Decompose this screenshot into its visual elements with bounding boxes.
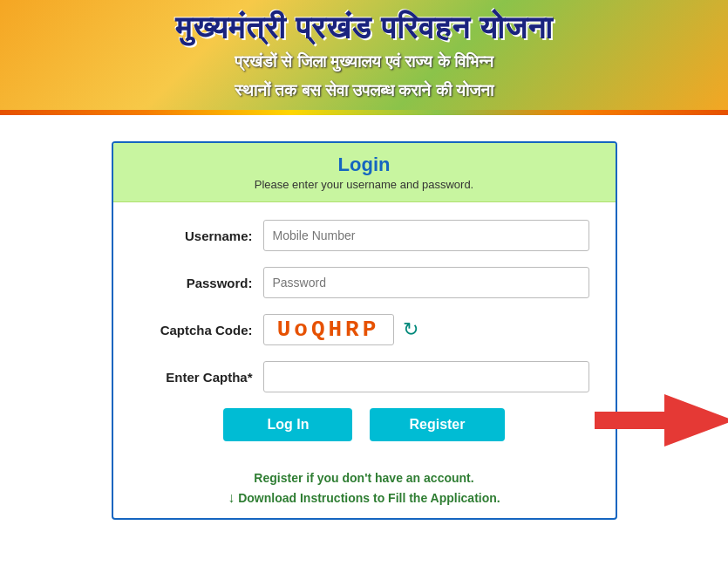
header-subtitle-line2: स्थानों तक बस सेवा उपलब्ध कराने की योजना [17, 78, 711, 104]
password-label: Password: [139, 276, 253, 290]
step-info: STEP-1 [595, 394, 728, 447]
enter-captcha-label: Enter Captha* [139, 370, 253, 385]
login-header: Login Please enter your username and pas… [113, 143, 616, 202]
captcha-display: UoQHRP ↻ [263, 314, 589, 345]
header-title: मुख्यमंत्री प्रखंड परिवहन योजना [17, 9, 711, 46]
button-row: Log In Register [139, 408, 589, 441]
password-row: Password: [139, 267, 589, 298]
password-input[interactable] [263, 267, 589, 298]
username-label: Username: [139, 228, 253, 243]
login-box: Login Please enter your username and pas… [112, 141, 617, 520]
refresh-icon[interactable]: ↻ [403, 318, 418, 341]
captcha-input[interactable] [263, 361, 589, 392]
enter-captcha-row: Enter Captha* [139, 361, 589, 392]
header-banner: मुख्यमंत्री प्रखंड परिवहन योजना प्रखंडों… [0, 0, 728, 115]
main-content: Login Please enter your username and pas… [0, 115, 728, 537]
captcha-image: UoQHRP [263, 314, 394, 345]
form-and-arrow-wrapper: Login Please enter your username and pas… [112, 141, 617, 520]
register-button[interactable]: Register [370, 408, 504, 441]
login-button[interactable]: Log In [223, 408, 352, 441]
red-arrow-icon [595, 394, 728, 447]
login-subtitle: Please enter your username and password. [131, 178, 598, 191]
username-row: Username: [139, 220, 589, 251]
login-title: Login [131, 153, 598, 176]
username-input[interactable] [263, 220, 589, 251]
svg-marker-0 [595, 394, 728, 447]
login-form: Username: Password: Captcha Code: UoQHRP… [113, 202, 616, 471]
download-row: ↓ Download Instructions to Fill the Appl… [131, 490, 598, 506]
download-link[interactable]: Download Instructions to Fill the Applic… [238, 491, 500, 505]
download-arrow-icon: ↓ [228, 490, 235, 505]
captcha-row: Captcha Code: UoQHRP ↻ [139, 314, 589, 345]
register-notice: Register if you don't have an account. [131, 471, 598, 485]
captcha-label: Captcha Code: [139, 323, 253, 338]
header-subtitle-line1: प्रखंडों से जिला मुख्यालय एवं राज्य के व… [17, 50, 711, 75]
bottom-links: Register if you don't have an account. ↓… [113, 471, 616, 518]
